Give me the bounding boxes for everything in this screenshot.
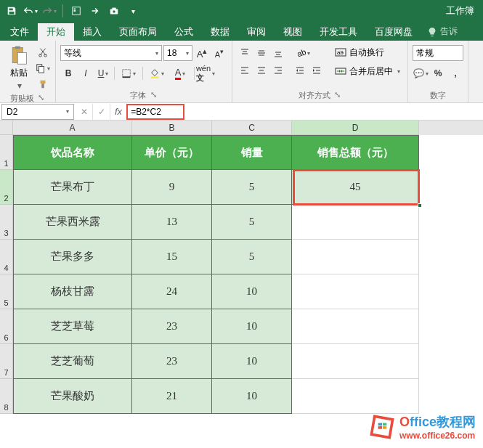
- tab-file[interactable]: 文件: [1, 23, 38, 41]
- row-header-1[interactable]: 1: [0, 135, 13, 170]
- italic-button[interactable]: I: [78, 65, 94, 81]
- row-header[interactable]: 2: [0, 170, 13, 205]
- bold-button[interactable]: B: [60, 65, 76, 81]
- fill-handle[interactable]: [418, 203, 422, 208]
- save-icon[interactable]: [3, 2, 20, 20]
- align-bottom-button[interactable]: [270, 45, 286, 61]
- tell-me[interactable]: 告诉: [421, 23, 463, 41]
- fill-color-button[interactable]: ▾: [146, 65, 168, 81]
- row-header[interactable]: 7: [0, 344, 13, 379]
- header-name[interactable]: 饮品名称: [13, 135, 132, 170]
- cell-name[interactable]: 芒果多多: [13, 240, 132, 274]
- align-left-button[interactable]: [237, 62, 253, 78]
- row-header[interactable]: 4: [0, 240, 13, 274]
- cell-name[interactable]: 芒果布丁: [13, 170, 132, 205]
- wrap-text-button[interactable]: ab 自动换行: [332, 44, 403, 61]
- cell-name[interactable]: 杨枝甘露: [13, 274, 132, 309]
- tab-formulas[interactable]: 公式: [166, 23, 202, 41]
- comma-button[interactable]: ,: [447, 65, 463, 81]
- formula-input[interactable]: =B2*C2: [126, 104, 184, 120]
- form-icon[interactable]: [68, 2, 85, 20]
- grow-font-button[interactable]: A▴: [194, 45, 210, 61]
- underline-button[interactable]: U▾: [95, 65, 111, 81]
- cancel-formula-button[interactable]: ✕: [76, 104, 93, 120]
- col-header-C[interactable]: C: [212, 121, 292, 135]
- cell-qty[interactable]: 10: [212, 309, 292, 344]
- align-top-button[interactable]: [237, 45, 253, 61]
- indent-decrease-button[interactable]: [292, 62, 308, 78]
- cell-price[interactable]: 23: [132, 344, 212, 379]
- name-box[interactable]: D2▾: [1, 104, 74, 120]
- cell-total[interactable]: [292, 240, 419, 274]
- align-middle-button[interactable]: [253, 45, 269, 61]
- cell-qty[interactable]: 10: [212, 344, 292, 379]
- tab-review[interactable]: 审阅: [238, 23, 275, 41]
- tab-insert[interactable]: 插入: [74, 23, 110, 41]
- select-all-button[interactable]: [0, 121, 13, 135]
- cell-qty[interactable]: 10: [212, 379, 292, 414]
- redo-icon[interactable]: ▾: [41, 2, 58, 20]
- camera-icon[interactable]: [105, 2, 123, 20]
- percent-button[interactable]: %: [430, 65, 446, 81]
- tab-layout[interactable]: 页面布局: [110, 23, 166, 41]
- align-launcher[interactable]: ⤡: [333, 90, 342, 99]
- tab-baidu[interactable]: 百度网盘: [366, 23, 421, 41]
- row-header[interactable]: 5: [0, 274, 13, 309]
- font-launcher[interactable]: ⤡: [149, 90, 158, 99]
- row-header[interactable]: 3: [0, 205, 13, 240]
- cell-total[interactable]: [292, 274, 419, 309]
- cell-name[interactable]: 芝芝草莓: [13, 309, 132, 344]
- header-price[interactable]: 单价（元）: [132, 135, 212, 170]
- cell-total[interactable]: [292, 205, 419, 240]
- col-header-D[interactable]: D: [292, 121, 419, 135]
- accounting-button[interactable]: 💬▾: [413, 65, 429, 81]
- row-header[interactable]: 6: [0, 309, 13, 344]
- cell-name[interactable]: 芝芝葡萄: [13, 344, 132, 379]
- cell-qty[interactable]: 10: [212, 274, 292, 309]
- cell-price[interactable]: 9: [132, 170, 212, 205]
- tab-view[interactable]: 视图: [275, 23, 311, 41]
- cell-price[interactable]: 21: [132, 379, 212, 414]
- phonetic-button[interactable]: wén文▾: [198, 65, 214, 81]
- row-header[interactable]: 8: [0, 379, 13, 414]
- format-painter-button[interactable]: [35, 77, 51, 91]
- cell-total[interactable]: 45: [292, 170, 419, 205]
- copy-button[interactable]: ▾: [35, 61, 51, 76]
- cell-total[interactable]: [292, 379, 419, 414]
- tab-data[interactable]: 数据: [202, 23, 238, 41]
- cell-qty[interactable]: 5: [212, 240, 292, 274]
- header-qty[interactable]: 销量: [212, 135, 292, 170]
- font-color-button[interactable]: A▾: [169, 65, 191, 81]
- orientation-button[interactable]: ab▾: [292, 45, 314, 61]
- fx-icon[interactable]: fx: [110, 106, 126, 117]
- font-size-combo[interactable]: 18▾: [163, 45, 192, 61]
- tab-developer[interactable]: 开发工具: [311, 23, 366, 41]
- cell-price[interactable]: 23: [132, 309, 212, 344]
- cell-name[interactable]: 芒果酸奶: [13, 379, 132, 414]
- tab-home[interactable]: 开始: [38, 23, 74, 41]
- indent-increase-button[interactable]: [309, 62, 325, 78]
- align-center-button[interactable]: [253, 62, 269, 78]
- qat-customize-icon[interactable]: ▾: [124, 2, 142, 20]
- border-button[interactable]: ▾: [118, 65, 139, 81]
- arrow-icon[interactable]: [86, 2, 104, 20]
- cut-button[interactable]: [35, 45, 51, 60]
- cell-price[interactable]: 24: [132, 274, 212, 309]
- col-header-A[interactable]: A: [13, 121, 132, 135]
- cell-price[interactable]: 13: [132, 205, 212, 240]
- cell-qty[interactable]: 5: [212, 170, 292, 205]
- cell-total[interactable]: [292, 309, 419, 344]
- font-name-combo[interactable]: 等线▾: [60, 45, 162, 61]
- undo-icon[interactable]: ▾: [22, 2, 39, 20]
- header-total[interactable]: 销售总额（元）: [292, 135, 419, 170]
- cell-total[interactable]: [292, 344, 419, 379]
- cell-qty[interactable]: 5: [212, 205, 292, 240]
- enter-formula-button[interactable]: ✓: [93, 104, 110, 120]
- cell-price[interactable]: 15: [132, 240, 212, 274]
- paste-button[interactable]: 粘贴 ▾: [4, 42, 33, 91]
- cell-name[interactable]: 芒果西米露: [13, 205, 132, 240]
- col-header-B[interactable]: B: [132, 121, 212, 135]
- shrink-font-button[interactable]: A▾: [211, 45, 227, 61]
- align-right-button[interactable]: [270, 62, 286, 78]
- merge-center-button[interactable]: 合并后居中▾: [332, 62, 403, 80]
